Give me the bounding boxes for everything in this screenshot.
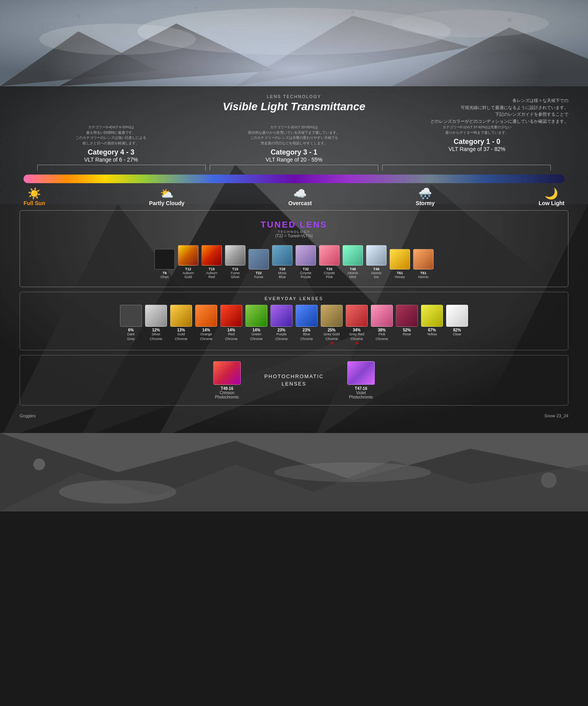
category-block-2: カテゴリー1-3(VLT 20-55%)は部分的な曇りから吹雪いている天候下まで… (203, 125, 386, 163)
lens-t32-coyote-purple: T32 CoyotePurple (296, 245, 316, 279)
lens-t61-honey: T61 Honey (390, 249, 410, 279)
categories-row: カテゴリー3-4(VLT 6-20%)は最も明るい快晴時に最適です。このカテゴリ… (12, 125, 576, 163)
bottom-photo-banner (0, 433, 588, 511)
category-title-1: Category 4 - 3 (20, 148, 203, 156)
everyday-grid: 6% DarkGrey 12% SilverChrome 13% GoldChr… (24, 305, 564, 346)
category-title-3: Category 1 - 0 (385, 138, 568, 146)
footer-bar: Goggles Snow 23_24 (12, 410, 576, 421)
everyday-grey-red-chrome: 34% Grey RedChromeJP (346, 305, 368, 346)
everyday-orange-chrome: 14% OrangeChrome (195, 305, 217, 341)
everyday-grey-gold-chrome: 25% Grey GoldChromeJP (321, 305, 343, 346)
svg-point-8 (392, 10, 549, 37)
svg-point-25 (33, 459, 45, 470)
everyday-purple-chrome: 23% PurpleChrome (270, 305, 292, 341)
everyday-red-chrome: 14% RedChrome (220, 305, 242, 341)
category-vlt-1: VLT Range of 6 - 27% (20, 156, 203, 163)
svg-marker-5 (392, 27, 588, 86)
everyday-green-chrome: 14% GreenChrome (245, 305, 267, 341)
lens-swatch-t48-ice (366, 245, 387, 266)
everyday-title: EVERYDAY LENSES (24, 296, 564, 301)
weather-overcast: ☁️ Overcast (289, 187, 312, 206)
lens-swatch-t33 (319, 245, 339, 266)
stormy-icon: 🌨️ (416, 187, 435, 200)
everyday-gold-chrome: 13% GoldChrome (170, 305, 192, 341)
weather-label-stormy: Stormy (416, 200, 435, 206)
lens-swatch-t61-atomic (413, 249, 434, 269)
svg-point-10 (195, 7, 197, 9)
overcast-icon: ☁️ (289, 187, 312, 200)
lens-t33-coyote-pink: T33 CoyotePink (319, 245, 339, 279)
svg-rect-0 (0, 0, 588, 86)
lens-t15-auburn-red: T15 AuburnRed (201, 245, 222, 279)
footer-right: Snow 23_24 (544, 413, 568, 418)
weather-stormy: 🌨️ Stormy (416, 187, 435, 206)
photochromatic-title-block: PHOTOCHROMATICLENSES (264, 373, 324, 387)
category-title-2: Category 3 - 1 (203, 148, 386, 156)
lens-swatch-t32 (296, 245, 316, 266)
svg-point-12 (507, 17, 512, 22)
partly-cloudy-icon: ⛅ (149, 187, 184, 200)
main-content: LENS TECHNOLOGY Visible Light Transmitta… (0, 86, 588, 433)
everyday-rose: 52% Rose (396, 305, 418, 337)
svg-point-6 (137, 8, 451, 55)
lens-t48-atomic-mint: T48 AtomicMint (343, 245, 363, 279)
photo-violet: T47-16 VioletPhotochromic (347, 361, 375, 399)
everyday-pink-chrome: 38% PinkChrome (371, 305, 393, 341)
tuned-lens-tech: TECHNOLOGY (24, 230, 564, 234)
everyday-yellow: 67% Yellow (421, 305, 443, 337)
tuned-lens-logo: TUNED LENS TECHNOLOGY (T22 = Tuned+VLT%) (24, 220, 564, 238)
moon-icon: 🌙 (539, 187, 564, 200)
svg-point-24 (274, 462, 431, 482)
footer-left: Goggles (20, 413, 36, 418)
svg-marker-2 (0, 31, 157, 86)
category-vlt-2: VLT Range of 20 - 55% (203, 156, 386, 163)
lens-t6-onyx: T6 Onyx (154, 249, 175, 279)
weather-label-low-light: Low Light (539, 200, 564, 206)
weather-low-light: 🌙 Low Light (539, 187, 564, 206)
lens-t15-fume-silver: T15 FumeSilver (225, 245, 245, 279)
svg-point-9 (76, 14, 80, 18)
everyday-lenses-section: EVERYDAY LENSES 6% DarkGrey 12% SilverCh… (20, 292, 568, 350)
weather-partly-cloudy: ⛅ Partly Cloudy (149, 187, 184, 206)
lens-t22-fume: T22 Fume (249, 249, 269, 279)
category-block-1: カテゴリー3-4(VLT 6-20%)は最も明るい快晴時に最適です。このカテゴリ… (20, 125, 203, 163)
photo-swatch-violet (347, 361, 375, 385)
tuned-lens-formula: (T22 = Tuned+VLT%) (24, 234, 564, 238)
svg-point-23 (59, 480, 176, 504)
lens-swatch-t28 (272, 245, 292, 266)
weather-label-overcast: Overcast (289, 200, 312, 206)
tuned-lenses-grid: T6 Onyx T12 AuburnGold T15 AuburnRed T15 (24, 241, 564, 283)
svg-point-7 (39, 24, 196, 55)
svg-rect-1 (0, 0, 588, 86)
everyday-blue-chrome: 23% BlueChrome (296, 305, 318, 341)
tuned-lens-brand: TUNED LENS (24, 220, 564, 230)
lens-swatch-t61-honey (390, 249, 410, 269)
spectrum-bar (24, 175, 564, 183)
svg-marker-3 (59, 24, 274, 86)
sun-icon: ☀️ (24, 187, 45, 200)
lens-t12-auburn-gold: T12 AuburnGold (178, 245, 198, 279)
lens-swatch-t12 (178, 245, 198, 266)
weather-label-sun: Full Sun (24, 200, 45, 206)
lens-t28-moss-blue: T28 MossBlue (272, 245, 292, 279)
everyday-dark-grey: 6% DarkGrey (120, 305, 142, 341)
photo-crimson: T49-16 CrimsonPhotochromic (213, 361, 241, 399)
lens-t61-atomic: T61 Atomic (413, 249, 434, 279)
lens-swatch-t22 (249, 249, 269, 269)
lens-swatch-t48-mint (343, 245, 363, 266)
japanese-note: 各レンズは様々な天候下での可視光線に対して最適になるように設計されています。下記… (430, 97, 568, 125)
everyday-clear: 82% Clear (446, 305, 468, 337)
weather-full-sun: ☀️ Full Sun (24, 187, 45, 206)
lens-t48-atomic-ice: T48 AtomicIce (366, 245, 387, 279)
weather-row: ☀️ Full Sun ⛅ Partly Cloudy ☁️ Overcast … (12, 187, 576, 206)
svg-marker-4 (235, 16, 470, 86)
lens-swatch-t6 (154, 249, 175, 269)
photo-swatch-crimson (213, 361, 241, 385)
top-photo-banner (0, 0, 588, 86)
svg-point-11 (351, 10, 354, 13)
category-vlt-3: VLT Range of 37 - 82% (385, 146, 568, 152)
photochromatic-section: T49-16 CrimsonPhotochromic PHOTOCHROMATI… (20, 355, 568, 406)
lens-swatch-t15-red (201, 245, 222, 266)
photochromatic-title: PHOTOCHROMATICLENSES (264, 373, 324, 387)
weather-label-partly-cloudy: Partly Cloudy (149, 200, 184, 206)
